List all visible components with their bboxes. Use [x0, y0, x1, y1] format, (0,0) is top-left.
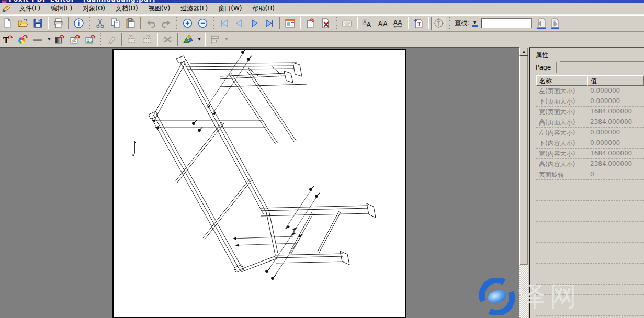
menu-item-object[interactable]: 对象(O)	[77, 3, 110, 15]
align-tool-button[interactable]	[208, 32, 223, 46]
rotate-right-tool-button[interactable]	[140, 32, 155, 46]
property-value[interactable]: 1684.000000	[587, 107, 644, 117]
first-page-button[interactable]	[217, 17, 232, 30]
line-tool-dropdown[interactable]: ▼	[46, 37, 52, 41]
line-tool-button[interactable]	[30, 32, 46, 46]
toolbar-gripper[interactable]	[100, 33, 101, 46]
table-row-empty	[536, 201, 644, 211]
delete-object-tool-button[interactable]	[160, 32, 175, 46]
color-tool-button[interactable]	[15, 32, 30, 46]
table-row[interactable]: 左(页面大小)0.000000	[536, 86, 644, 96]
insert-page-button[interactable]	[303, 17, 318, 30]
scroll-up-button[interactable]: ▲	[519, 48, 528, 56]
menu-item-file[interactable]: 文件(F)	[14, 3, 46, 15]
menu-item-filter[interactable]: 过滤器(L)	[175, 3, 213, 15]
table-row[interactable]: 宽(页面大小)1684.000000	[536, 107, 644, 117]
char-scale-button[interactable]: AA	[390, 17, 405, 30]
table-row-empty	[536, 316, 644, 318]
find-previous-button[interactable]	[534, 17, 548, 30]
next-page-button[interactable]	[247, 17, 262, 30]
cut-button[interactable]	[93, 17, 108, 30]
menu-bar: 文件(F) 编辑(E) 对象(O) 文档(D) 视图(V) 过滤器(L) 窗口(…	[0, 3, 644, 15]
previous-page-button[interactable]	[232, 17, 247, 30]
property-value[interactable]: 2384.000000	[587, 159, 644, 169]
table-row-empty	[536, 222, 644, 232]
table-row[interactable]: 宽(内容大小)1684.000000	[536, 149, 644, 159]
delete-page-button[interactable]	[318, 17, 333, 30]
document-info-button[interactable]	[71, 17, 86, 30]
table-row[interactable]: 下(内容大小)0.000000	[536, 138, 644, 149]
tab-page[interactable]: Page	[536, 62, 557, 73]
find-next-button[interactable]	[548, 17, 562, 30]
text-tool-button[interactable]: T	[0, 32, 15, 46]
page-layout-button[interactable]	[283, 17, 298, 30]
svg-text:T: T	[436, 20, 440, 27]
toolbar-gripper[interactable]	[176, 17, 177, 29]
new-document-button[interactable]	[0, 17, 15, 30]
last-page-button[interactable]	[262, 17, 277, 30]
toolbar-gripper[interactable]	[449, 17, 450, 29]
paste-button[interactable]	[123, 17, 138, 30]
find-input[interactable]	[481, 18, 532, 28]
svg-text:A: A	[393, 19, 398, 26]
rotate-left-icon	[127, 34, 138, 45]
table-row-empty	[536, 305, 644, 316]
table-row[interactable]: 页面旋转0	[536, 169, 644, 180]
property-value[interactable]: 0.000000	[587, 96, 644, 107]
redo-button[interactable]	[159, 17, 174, 30]
toolbar-main: AA AA AA T T 查找: ▼	[0, 15, 644, 31]
property-name: 下(页面大小)	[536, 96, 587, 107]
property-value[interactable]: 0.000000	[587, 138, 644, 149]
undo-button[interactable]	[143, 17, 159, 30]
toolbar-separator	[48, 17, 49, 29]
menu-item-help[interactable]: 帮助(H)	[247, 3, 280, 15]
align-dropdown[interactable]: ▼	[223, 37, 230, 41]
toolbar-gripper[interactable]	[336, 17, 337, 29]
property-value[interactable]: 2384.000000	[587, 117, 644, 128]
scissors-icon	[95, 18, 106, 29]
menu-item-edit[interactable]: 编辑(E)	[46, 3, 77, 15]
add-text-button[interactable]: T	[411, 17, 426, 30]
shapes-tool-button[interactable]	[180, 32, 196, 46]
save-button[interactable]	[30, 17, 46, 30]
toolbar-gripper[interactable]	[213, 17, 214, 29]
pencil-tool-button[interactable]	[104, 32, 119, 46]
text-caret	[132, 140, 139, 157]
property-name: 高(页面大小)	[536, 117, 587, 128]
add-text-icon: T	[413, 18, 424, 29]
open-document-button[interactable]	[15, 17, 30, 30]
property-value[interactable]: 0	[587, 169, 644, 180]
table-row[interactable]: 高(页面大小)2384.000000	[536, 117, 644, 128]
menu-item-document[interactable]: 文档(D)	[110, 3, 143, 15]
property-value[interactable]: 1684.000000	[587, 149, 644, 159]
edit-image-button[interactable]	[67, 32, 83, 46]
shapes-dropdown[interactable]: ▼	[196, 37, 202, 41]
rotate-left-tool-button[interactable]	[125, 32, 140, 46]
menu-item-view[interactable]: 视图(V)	[143, 3, 176, 15]
table-row[interactable]: 高(内容大小)2384.000000	[536, 159, 644, 169]
column-header-value: 值	[587, 75, 644, 86]
toolbar-gripper[interactable]	[89, 17, 90, 29]
vertical-scrollbar[interactable]: ▲	[519, 48, 528, 318]
print-button[interactable]	[51, 17, 66, 30]
menu-item-window[interactable]: 窗口(W)	[213, 3, 247, 15]
scrollbar-thumb[interactable]	[519, 56, 528, 265]
table-row[interactable]: 下(页面大小)0.000000	[536, 96, 644, 107]
copy-button[interactable]	[108, 17, 123, 30]
table-row[interactable]: 左(内容大小)0.000000	[536, 128, 644, 138]
zoom-in-button[interactable]	[180, 17, 195, 30]
char-spacing-button[interactable]: AA	[375, 17, 390, 30]
shading-tool-button[interactable]	[52, 32, 67, 46]
zoom-out-button[interactable]	[195, 17, 210, 30]
arrow-up-icon: ▲	[523, 50, 525, 54]
pdf-page[interactable]	[112, 49, 406, 318]
property-value[interactable]: 0.000000	[587, 128, 644, 138]
property-value[interactable]: 0.000000	[587, 86, 644, 96]
virtual-keyboard-button[interactable]	[340, 17, 355, 30]
text-cursor-mode-button[interactable]: T	[431, 17, 446, 30]
property-name: 宽(页面大小)	[536, 107, 587, 117]
insert-image-button[interactable]	[83, 32, 98, 46]
find-dropdown-button[interactable]: ▼	[471, 20, 478, 27]
panel-caption-divider	[560, 61, 644, 62]
font-properties-button[interactable]: AA	[360, 17, 375, 30]
